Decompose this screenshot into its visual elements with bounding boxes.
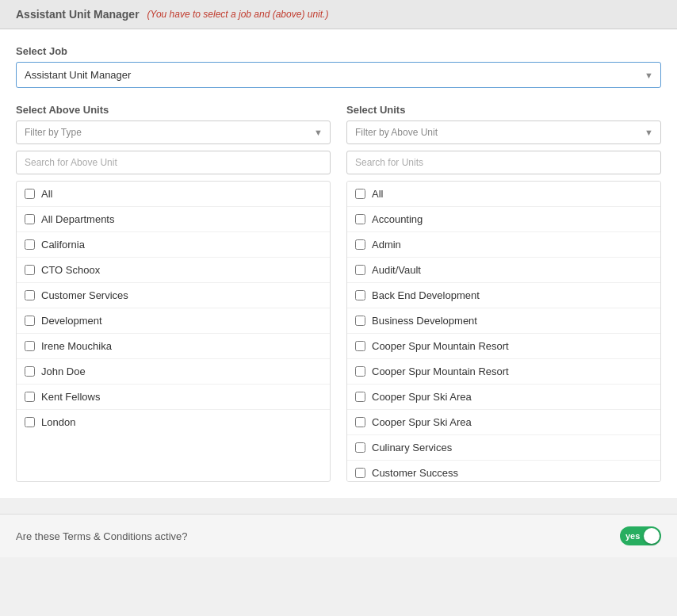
unit-label: All — [372, 188, 383, 200]
unit-label: Culinary Services — [372, 442, 452, 453]
unit-checkbox[interactable] — [355, 316, 365, 326]
unit-checkbox[interactable] — [355, 265, 365, 275]
above-unit-checkbox[interactable] — [25, 366, 35, 377]
units-filter-wrapper: Filter by Above Unit ▼ — [346, 121, 661, 144]
above-unit-checkbox[interactable] — [25, 214, 35, 224]
list-item[interactable]: Audit/Vault — [347, 258, 660, 283]
above-unit-checkbox[interactable] — [25, 290, 35, 300]
above-unit-label: Development — [41, 315, 102, 327]
above-unit-checkbox[interactable] — [25, 417, 35, 427]
above-unit-label: All Departments — [41, 213, 114, 225]
header-warning: (You have to select a job and (above) un… — [147, 9, 329, 20]
unit-label: Cooper Spur Ski Area — [372, 416, 472, 428]
footer-bar: Are these Terms & Conditions active? yes — [0, 514, 677, 557]
unit-checkbox[interactable] — [355, 392, 365, 402]
above-units-label: Select Above Units — [16, 104, 331, 116]
above-unit-checkbox[interactable] — [25, 392, 35, 402]
list-item[interactable]: Irene Mouchika — [17, 334, 330, 359]
above-unit-checkbox[interactable] — [25, 341, 35, 351]
unit-checkbox[interactable] — [355, 366, 365, 377]
units-search-input[interactable] — [346, 151, 661, 174]
above-unit-checkbox[interactable] — [25, 239, 35, 250]
list-item[interactable]: Kent Fellows — [17, 385, 330, 410]
unit-label: Audit/Vault — [372, 264, 421, 276]
job-dropdown-wrapper: Assistant Unit Manager ▼ — [16, 62, 661, 88]
above-unit-checkbox[interactable] — [25, 265, 35, 275]
unit-label: Back End Development — [372, 289, 480, 301]
columns-wrapper: Select Above Units Filter by Type ▼ AllA… — [16, 104, 661, 482]
header-title: Assistant Unit Manager — [16, 8, 140, 21]
list-item[interactable]: California — [17, 232, 330, 258]
units-filter-select[interactable]: Filter by Above Unit — [346, 121, 661, 144]
unit-checkbox[interactable] — [355, 239, 365, 250]
above-units-list: AllAll DepartmentsCaliforniaCTO SchooxCu… — [16, 181, 331, 482]
select-job-section: Select Job Assistant Unit Manager ▼ — [16, 45, 661, 88]
above-unit-label: Irene Mouchika — [41, 340, 112, 352]
unit-label: Cooper Spur Ski Area — [372, 391, 472, 403]
unit-label: Admin — [372, 239, 401, 251]
above-unit-label: CTO Schoox — [41, 264, 100, 276]
unit-label: Customer Success — [372, 467, 458, 479]
list-item[interactable]: Cooper Spur Mountain Resort — [347, 359, 660, 385]
above-unit-checkbox[interactable] — [25, 316, 35, 326]
unit-checkbox[interactable] — [355, 290, 365, 300]
list-item[interactable]: CTO Schoox — [17, 258, 330, 283]
list-item[interactable]: Business Development — [347, 308, 660, 334]
list-item[interactable]: London — [17, 410, 330, 434]
above-units-filter-select[interactable]: Filter by Type — [16, 121, 331, 144]
unit-checkbox[interactable] — [355, 442, 365, 453]
list-item[interactable]: Development — [17, 308, 330, 334]
unit-label: Cooper Spur Mountain Resort — [372, 340, 509, 352]
unit-label: Business Development — [372, 315, 477, 327]
list-item[interactable]: Customer Services — [17, 283, 330, 308]
job-select[interactable]: Assistant Unit Manager — [16, 62, 661, 88]
list-item[interactable]: Back End Development — [347, 283, 660, 308]
above-unit-checkbox[interactable] — [25, 189, 35, 199]
list-item[interactable]: Cooper Spur Ski Area — [347, 385, 660, 410]
unit-checkbox[interactable] — [355, 417, 365, 427]
above-unit-label: John Doe — [41, 365, 86, 377]
above-unit-label: Customer Services — [41, 289, 128, 301]
unit-label: Accounting — [372, 213, 423, 225]
above-unit-label: Kent Fellows — [41, 391, 100, 403]
footer-label: Are these Terms & Conditions active? — [16, 530, 188, 542]
main-content: Select Job Assistant Unit Manager ▼ Sele… — [0, 29, 677, 498]
unit-checkbox[interactable] — [355, 341, 365, 351]
above-units-column: Select Above Units Filter by Type ▼ AllA… — [16, 104, 331, 482]
list-item[interactable]: Admin — [347, 232, 660, 258]
list-item[interactable]: All — [17, 182, 330, 207]
toggle-knob — [644, 528, 660, 544]
list-item[interactable]: Cooper Spur Ski Area — [347, 410, 660, 435]
list-item[interactable]: Accounting — [347, 207, 660, 232]
unit-checkbox[interactable] — [355, 468, 365, 478]
above-unit-label: London — [41, 416, 75, 428]
units-list: AllAccountingAdminAudit/VaultBack End De… — [346, 181, 661, 482]
header-bar: Assistant Unit Manager (You have to sele… — [0, 0, 677, 29]
above-unit-label: California — [41, 239, 85, 251]
list-item[interactable]: Cooper Spur Mountain Resort — [347, 334, 660, 359]
above-units-filter-wrapper: Filter by Type ▼ — [16, 121, 331, 144]
units-column: Select Units Filter by Above Unit ▼ AllA… — [346, 104, 661, 482]
list-item[interactable]: All Departments — [17, 207, 330, 232]
list-item[interactable]: All — [347, 182, 660, 207]
terms-toggle[interactable]: yes — [620, 526, 661, 545]
list-item[interactable]: Customer Success — [347, 461, 660, 482]
unit-checkbox[interactable] — [355, 189, 365, 199]
unit-checkbox[interactable] — [355, 214, 365, 224]
list-item[interactable]: John Doe — [17, 359, 330, 385]
select-job-label: Select Job — [16, 45, 661, 57]
unit-label: Cooper Spur Mountain Resort — [372, 365, 509, 377]
above-unit-label: All — [41, 188, 52, 200]
units-label: Select Units — [346, 104, 661, 116]
list-item[interactable]: Culinary Services — [347, 435, 660, 461]
above-units-search-input[interactable] — [16, 151, 331, 174]
toggle-wrapper: yes — [620, 526, 661, 545]
toggle-label: yes — [625, 531, 640, 541]
